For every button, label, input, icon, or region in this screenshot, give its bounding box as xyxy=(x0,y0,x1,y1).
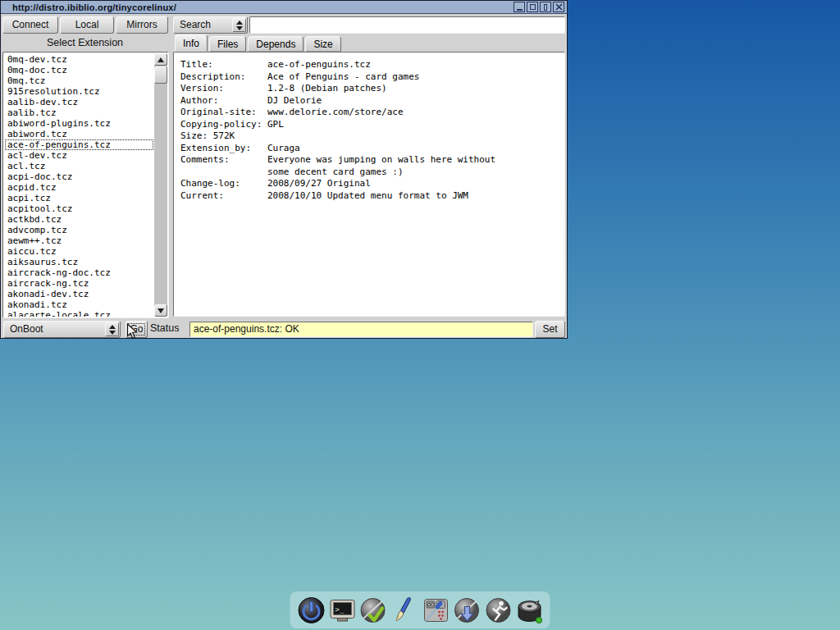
svg-text:>_: >_ xyxy=(335,605,344,614)
go-button[interactable]: Go xyxy=(126,321,148,338)
list-item[interactable]: aewm++.tcz xyxy=(5,235,153,246)
dock-item-appsaudit[interactable] xyxy=(358,595,389,625)
list-item[interactable]: 915resolution.tcz xyxy=(5,86,153,97)
control-panel-icon xyxy=(421,596,450,625)
list-item[interactable]: aalib-dev.tcz xyxy=(5,97,153,107)
list-item[interactable]: aiccu.tcz xyxy=(5,246,153,257)
list-item[interactable]: aircrack-ng.tcz xyxy=(5,278,153,289)
list-item[interactable]: actkbd.tcz xyxy=(5,214,153,225)
window-controls xyxy=(514,2,564,12)
list-item[interactable]: alacarte-locale.tcz xyxy=(5,310,153,317)
maximize-icon xyxy=(530,4,536,10)
package-info-text: Title: ace-of-penguins.tcz Description: … xyxy=(174,52,564,202)
dock-item-controlpanel[interactable] xyxy=(421,595,451,625)
close-button[interactable] xyxy=(553,2,564,12)
mount-disk-icon xyxy=(514,596,544,625)
mirrors-button[interactable]: Mirrors xyxy=(116,16,168,34)
scrollbar-thumb[interactable] xyxy=(154,66,167,84)
tab-info[interactable]: Info xyxy=(175,34,208,52)
dock-item-run[interactable] xyxy=(483,595,514,625)
connect-button[interactable]: Connect xyxy=(2,16,58,34)
scroll-up-icon xyxy=(158,57,164,62)
list-item[interactable]: aalib.tcz xyxy=(5,107,153,118)
shade-icon xyxy=(544,4,547,11)
tab-files[interactable]: Files xyxy=(209,36,246,52)
dock-item-mount[interactable] xyxy=(514,595,545,625)
install-mode-dropdown[interactable]: OnBoot xyxy=(3,321,121,338)
search-mode-value: Search xyxy=(174,17,232,33)
info-panel: Title: ace-of-penguins.tcz Description: … xyxy=(173,52,565,317)
window-title: http://distro.ibiblio.org/tinycorelinux/ xyxy=(1,2,176,12)
list-item[interactable]: abiword.tcz xyxy=(5,129,153,139)
list-item[interactable]: acpi.tcz xyxy=(5,193,153,203)
scroll-up-button[interactable] xyxy=(154,53,167,66)
list-item[interactable]: aiksaurus.tcz xyxy=(5,257,153,267)
dock-item-install[interactable] xyxy=(452,595,482,625)
set-button[interactable]: Set xyxy=(535,321,565,338)
maximize-button[interactable] xyxy=(527,2,538,12)
package-list-box: 0mq-dev.tcz0mq-doc.tcz0mq.tcz915resoluti… xyxy=(2,52,169,318)
tab-size[interactable]: Size xyxy=(305,36,340,52)
package-list: 0mq-dev.tcz0mq-doc.tcz0mq.tcz915resoluti… xyxy=(5,54,153,317)
dock: >_ xyxy=(290,591,550,628)
titlebar[interactable]: http://distro.ibiblio.org/tinycorelinux/ xyxy=(1,1,567,14)
toolbar: Connect Local Mirrors Search xyxy=(1,15,567,34)
up-down-arrows-icon xyxy=(105,322,119,336)
list-item[interactable]: acl-dev.tcz xyxy=(5,150,153,161)
bottom-bar: OnBoot Go Status ace-of-penguins.tcz: OK… xyxy=(1,319,567,339)
list-item[interactable]: aircrack-ng-doc.tcz xyxy=(5,267,153,278)
list-item[interactable]: acl.tcz xyxy=(5,161,153,171)
list-item[interactable]: acpid.tcz xyxy=(5,182,153,193)
list-item[interactable]: acpi-doc.tcz xyxy=(5,171,153,182)
search-input[interactable] xyxy=(249,16,565,34)
tab-bar: Info Files Depends Size xyxy=(175,34,341,52)
list-item[interactable]: acpitool.tcz xyxy=(5,203,153,214)
shade-button[interactable] xyxy=(540,2,551,12)
up-down-arrows-icon xyxy=(232,18,246,32)
list-item[interactable]: akonadi.tcz xyxy=(5,299,153,310)
appbrowser-window: http://distro.ibiblio.org/tinycorelinux/… xyxy=(0,0,568,339)
dock-item-paint[interactable] xyxy=(390,595,420,625)
local-button[interactable]: Local xyxy=(60,16,114,34)
status-field[interactable]: ace-of-penguins.tcz: OK xyxy=(189,322,533,337)
minimize-button[interactable] xyxy=(514,2,525,12)
install-download-icon xyxy=(452,596,482,625)
paintbrush-icon xyxy=(390,596,419,625)
scroll-down-button[interactable] xyxy=(154,304,167,317)
select-extension-label: Select Extension xyxy=(1,34,169,52)
desktop: { "window": { "title": "http://distro.ib… xyxy=(0,0,840,630)
list-item[interactable]: 0mq.tcz xyxy=(5,75,153,86)
search-mode-dropdown[interactable]: Search xyxy=(173,16,248,34)
list-item[interactable]: 0mq-dev.tcz xyxy=(5,54,153,65)
scroll-down-icon xyxy=(158,308,164,313)
header-row: Select Extension Info Files Depends Size xyxy=(1,34,567,52)
list-scrollbar[interactable] xyxy=(154,53,167,317)
list-item[interactable]: abiword-plugins.tcz xyxy=(5,118,153,129)
status-label: Status xyxy=(150,319,179,338)
list-item[interactable]: ace-of-penguins.tcz xyxy=(5,139,153,150)
run-icon xyxy=(483,596,513,625)
power-icon xyxy=(296,596,326,625)
install-mode-value: OnBoot xyxy=(4,322,105,337)
dock-item-power[interactable] xyxy=(296,595,326,625)
list-item[interactable]: 0mq-doc.tcz xyxy=(5,65,153,75)
apps-check-icon xyxy=(358,596,388,625)
terminal-icon: >_ xyxy=(327,596,357,625)
minimize-icon xyxy=(517,9,523,11)
dock-item-terminal[interactable]: >_ xyxy=(327,595,358,625)
close-icon xyxy=(555,3,563,11)
list-item[interactable]: akonadi-dev.tcz xyxy=(5,289,153,299)
tab-depends[interactable]: Depends xyxy=(248,36,304,52)
list-item[interactable]: advcomp.tcz xyxy=(5,225,153,235)
